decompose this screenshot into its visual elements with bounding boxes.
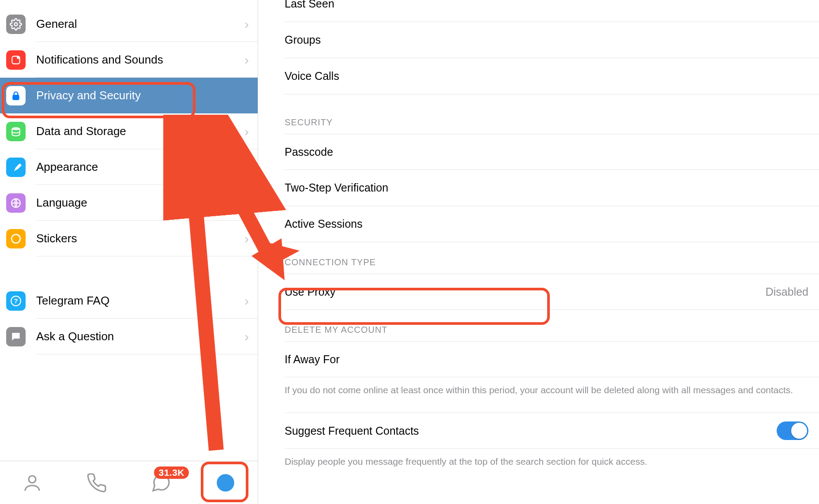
- svg-point-14: [223, 480, 228, 485]
- row-value: Disabled: [766, 286, 808, 298]
- row-label: Two-Step Verification: [285, 181, 808, 194]
- svg-point-12: [29, 476, 36, 483]
- row-label: Use Proxy: [285, 286, 766, 298]
- detail-pane: Last Seen Groups Voice Calls SECURITY Pa…: [258, 0, 819, 490]
- row-last-seen[interactable]: Last Seen: [285, 0, 819, 22]
- sidebar-item-label: Language: [36, 196, 87, 210]
- row-groups[interactable]: Groups: [285, 22, 819, 58]
- sidebar-item-notifications[interactable]: Notifications and Sounds ›: [0, 42, 258, 78]
- chevron-right-icon: ›: [244, 53, 249, 68]
- sidebar-item-general[interactable]: General ›: [0, 6, 258, 42]
- lock-icon: [6, 86, 26, 105]
- sidebar-item-label: Privacy and Security: [36, 89, 141, 102]
- svg-point-2: [17, 56, 19, 59]
- tab-calls[interactable]: [84, 470, 109, 496]
- chevron-right-icon: ›: [244, 160, 249, 175]
- svg-point-11: [17, 335, 18, 336]
- chevron-right-icon: ›: [244, 293, 249, 308]
- toggle-suggest-contacts[interactable]: [777, 421, 808, 440]
- globe-icon: [6, 193, 26, 213]
- sidebar-item-language[interactable]: Language ›: [0, 185, 258, 221]
- sidebar-item-label: General: [36, 17, 77, 31]
- row-label: Active Sessions: [285, 218, 808, 230]
- settings-sidebar: General › Notifications and Sounds › Pri…: [0, 0, 258, 504]
- tab-contacts[interactable]: [19, 470, 45, 496]
- chevron-right-icon: ›: [244, 17, 249, 32]
- svg-point-4: [12, 127, 19, 130]
- bottom-tabbar: 31.3K: [0, 461, 258, 504]
- row-label: Suggest Frequent Contacts: [285, 425, 777, 437]
- tab-chats[interactable]: 31.3K: [148, 470, 174, 496]
- svg-point-0: [15, 23, 18, 26]
- row-label: Last Seen: [285, 0, 808, 10]
- row-active-sessions[interactable]: Active Sessions: [285, 206, 819, 242]
- sidebar-item-stickers[interactable]: Stickers ›: [0, 221, 258, 256]
- section-header-security: SECURITY: [285, 117, 819, 134]
- row-label: If Away For: [285, 353, 808, 366]
- svg-point-9: [14, 335, 15, 336]
- help-icon: ?: [6, 291, 26, 311]
- database-icon: [6, 122, 26, 141]
- chat-icon: [6, 327, 26, 346]
- sidebar-item-data[interactable]: Data and Storage ›: [0, 113, 258, 149]
- row-if-away-for[interactable]: If Away For: [285, 341, 819, 377]
- chevron-right-icon: ›: [244, 196, 249, 211]
- bell-icon: [6, 50, 26, 70]
- svg-text:?: ?: [14, 297, 18, 305]
- sidebar-item-appearance[interactable]: Appearance ›: [0, 149, 258, 185]
- chevron-right-icon: ›: [244, 231, 249, 246]
- suggest-footer-text: Display people you message frequently at…: [285, 449, 819, 468]
- sidebar-item-faq[interactable]: ? Telegram FAQ ›: [0, 283, 258, 319]
- delete-footer-text: If you do not come online at least once …: [285, 377, 819, 397]
- sidebar-item-privacy[interactable]: Privacy and Security: [0, 78, 258, 113]
- row-two-step[interactable]: Two-Step Verification: [285, 170, 819, 206]
- chevron-right-icon: ›: [244, 124, 249, 139]
- row-label: Voice Calls: [285, 70, 808, 83]
- row-label: Groups: [285, 34, 808, 46]
- sidebar-item-ask[interactable]: Ask a Question ›: [0, 319, 258, 354]
- sidebar-item-label: Ask a Question: [36, 330, 114, 343]
- svg-rect-3: [13, 95, 19, 99]
- row-voice-calls[interactable]: Voice Calls: [285, 58, 819, 94]
- sidebar-item-label: Telegram FAQ: [36, 294, 109, 308]
- sidebar-item-label: Stickers: [36, 232, 77, 245]
- tab-settings[interactable]: [213, 470, 238, 496]
- sidebar-item-label: Appearance: [36, 160, 98, 174]
- chevron-right-icon: ›: [244, 329, 249, 344]
- unread-badge: 31.3K: [154, 466, 189, 479]
- brush-icon: [6, 158, 26, 177]
- svg-point-10: [15, 335, 17, 336]
- row-suggest-contacts[interactable]: Suggest Frequent Contacts: [285, 413, 819, 449]
- sidebar-item-label: Notifications and Sounds: [36, 53, 163, 67]
- section-header-connection: CONNECTION TYPE: [285, 257, 819, 274]
- sidebar-list: General › Notifications and Sounds › Pri…: [0, 0, 258, 461]
- row-label: Passcode: [285, 146, 808, 158]
- sidebar-item-label: Data and Storage: [36, 124, 126, 138]
- gear-icon: [6, 15, 26, 34]
- sticker-icon: [6, 229, 26, 248]
- row-use-proxy[interactable]: Use Proxy Disabled: [285, 274, 819, 310]
- section-header-delete: DELETE MY ACCOUNT: [285, 325, 819, 341]
- row-passcode[interactable]: Passcode: [285, 134, 819, 170]
